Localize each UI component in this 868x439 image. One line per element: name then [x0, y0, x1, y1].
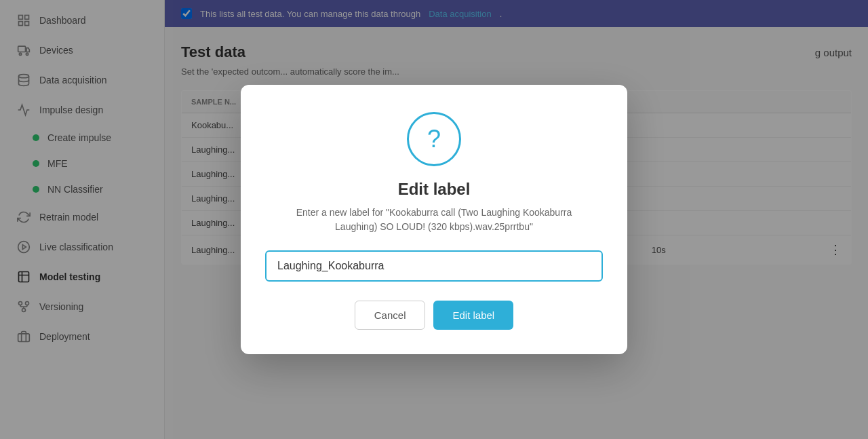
modal-title: Edit label	[398, 180, 471, 199]
modal-description: Enter a new label for "Kookaburra call (…	[278, 206, 590, 234]
main-content: This lists all test data. You can manage…	[165, 0, 868, 439]
edit-label-button[interactable]: Edit label	[433, 301, 513, 330]
modal-actions: Cancel Edit label	[355, 301, 513, 330]
cancel-button[interactable]: Cancel	[355, 301, 426, 330]
edit-label-modal: ? Edit label Enter a new label for "Kook…	[241, 85, 627, 354]
modal-question-icon: ?	[407, 112, 461, 166]
label-input[interactable]	[265, 250, 603, 282]
modal-overlay[interactable]: ? Edit label Enter a new label for "Kook…	[165, 0, 868, 439]
